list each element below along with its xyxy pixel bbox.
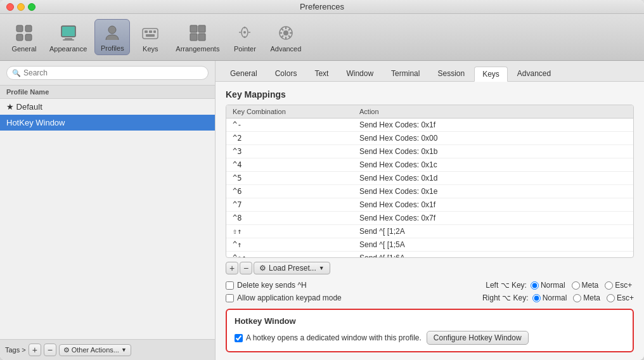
svg-rect-2 [16,34,23,41]
advanced-label: Advanced [270,45,301,53]
toolbar-item-pointer[interactable]: Pointer [227,20,262,55]
left-esc-radio[interactable] [605,281,613,290]
hotkey-checkbox-row[interactable]: A hotkey opens a dedicated window with t… [235,333,422,342]
other-actions-button[interactable]: ⚙ Other Actions... ▼ [59,344,131,356]
profile-item-default[interactable]: ★ Default [0,99,215,115]
maximize-button[interactable] [28,3,35,11]
add-profile-button[interactable]: + [29,344,41,356]
toolbar-item-appearance[interactable]: Appearance [44,20,92,55]
tab-keys[interactable]: Keys [474,67,508,82]
minus-icon: − [48,345,53,355]
profile-item-hotkey[interactable]: HotKey Window [0,115,215,131]
left-esc-option[interactable]: Esc+ [605,281,632,290]
remove-key-button[interactable]: − [240,262,252,274]
other-actions-chevron-icon: ▼ [121,347,127,353]
action-cell: Send Hex Codes: 0x00 [353,132,633,145]
action-cell: Send ^[ [1;5A [353,238,633,252]
delete-key-checkbox-row[interactable]: Delete key sends ^H [226,281,472,290]
left-key-row: Left ⌥ Key: Normal Meta [482,281,634,290]
configure-hotkey-button[interactable]: Configure Hotkey Window [427,331,529,345]
window-title: Preferences [300,2,344,11]
minimize-button[interactable] [17,3,25,11]
table-row[interactable]: ^4Send Hex Codes: 0x1c [226,158,633,172]
table-row[interactable]: ^⇧↑Send ^[ [1;6A [226,252,633,259]
tab-text[interactable]: Text [306,66,337,81]
table-row[interactable]: ^8Send Hex Codes: 0x7f [226,212,633,225]
tags-button[interactable]: Tags > [5,346,26,354]
table-row[interactable]: ^2Send Hex Codes: 0x00 [226,132,633,145]
right-meta-label: Meta [583,293,600,302]
search-input[interactable] [23,68,203,77]
key-table-scroll[interactable]: ^-Send Hex Codes: 0x1f^2Send Hex Codes: … [226,119,633,258]
svg-rect-10 [145,30,148,33]
allow-keypad-checkbox[interactable] [226,294,234,302]
col-action: Action [353,105,633,119]
toolbar-item-keys[interactable]: Keys [132,20,168,55]
right-panel: General Colors Text Window Terminal Sess… [216,61,644,360]
preferences-window: Preferences General [0,0,644,360]
table-row[interactable]: ^6Send Hex Codes: 0x1e [226,185,633,198]
hotkey-checkbox[interactable] [235,334,243,342]
svg-rect-1 [25,25,32,32]
toolbar-item-advanced[interactable]: Advanced [265,20,306,55]
key-cell: ^⇧↑ [226,252,353,259]
svg-rect-13 [146,34,155,37]
tab-session[interactable]: Session [429,66,473,81]
right-normal-radio[interactable] [532,294,541,302]
svg-rect-6 [63,39,74,41]
profile-bottom-bar: Tags > + − ⚙ Other Actions... ▼ [0,339,215,360]
toolbar-item-profiles[interactable]: Profiles [94,19,130,55]
svg-line-32 [288,29,290,30]
left-normal-radio[interactable] [531,281,539,290]
table-row[interactable]: ^7Send Hex Codes: 0x1f [226,198,633,212]
remove-key-icon: − [243,263,248,273]
delete-key-checkbox[interactable] [226,281,234,290]
key-cell: ^8 [226,212,353,225]
radio-group: Left ⌥ Key: Normal Meta [482,281,634,302]
arrangements-icon [188,23,208,43]
svg-rect-15 [198,25,205,32]
load-preset-button[interactable]: ⚙ Load Preset... ▼ [254,262,330,274]
pointer-label: Pointer [234,45,256,53]
toolbar: General Appearance Profiles [0,14,644,61]
key-mappings-title: Key Mappings [226,89,634,100]
right-key-options: Normal Meta Esc+ [532,293,634,302]
table-row[interactable]: ^3Send Hex Codes: 0x1b [226,145,633,158]
key-table-body: ^-Send Hex Codes: 0x1f^2Send Hex Codes: … [226,119,633,258]
remove-profile-button[interactable]: − [44,344,56,356]
close-button[interactable] [6,3,14,11]
tab-colors[interactable]: Colors [267,66,306,81]
tab-general[interactable]: General [222,66,266,81]
tab-advanced[interactable]: Advanced [509,66,559,81]
toolbar-item-arrangements[interactable]: Arrangements [171,20,224,55]
svg-rect-9 [143,29,158,39]
toolbar-item-general[interactable]: General [6,20,42,55]
pointer-icon [235,23,255,43]
left-meta-radio[interactable] [572,281,580,290]
right-esc-option[interactable]: Esc+ [607,293,634,302]
tab-terminal[interactable]: Terminal [383,66,428,81]
left-meta-option[interactable]: Meta [572,281,599,290]
right-meta-option[interactable]: Meta [573,293,600,302]
advanced-icon [276,23,296,43]
tab-window[interactable]: Window [338,66,382,81]
load-preset-chevron-icon: ▼ [319,265,325,271]
action-cell: Send Hex Codes: 0x1e [353,185,633,198]
tabs-bar: General Colors Text Window Terminal Sess… [216,61,644,82]
right-esc-radio[interactable] [607,294,615,302]
search-container: 🔍 [0,61,215,86]
table-row[interactable]: ^↑Send ^[ [1;5A [226,238,633,252]
right-meta-radio[interactable] [573,294,581,302]
profile-list-header: Profile Name [0,86,215,99]
allow-keypad-checkbox-row[interactable]: Allow application keypad mode [226,293,472,302]
other-actions-gear-icon: ⚙ [63,346,70,354]
col-key-combination: Key Combination [226,105,353,119]
left-normal-option[interactable]: Normal [531,281,565,290]
left-meta-label: Meta [582,281,599,290]
table-row[interactable]: ^-Send Hex Codes: 0x1f [226,119,633,132]
table-row[interactable]: ^5Send Hex Codes: 0x1d [226,172,633,185]
delete-key-label: Delete key sends ^H [237,281,307,290]
table-row[interactable]: ⇧↑Send ^[ [1;2A [226,225,633,238]
add-key-button[interactable]: + [226,262,238,274]
right-normal-option[interactable]: Normal [532,293,567,302]
